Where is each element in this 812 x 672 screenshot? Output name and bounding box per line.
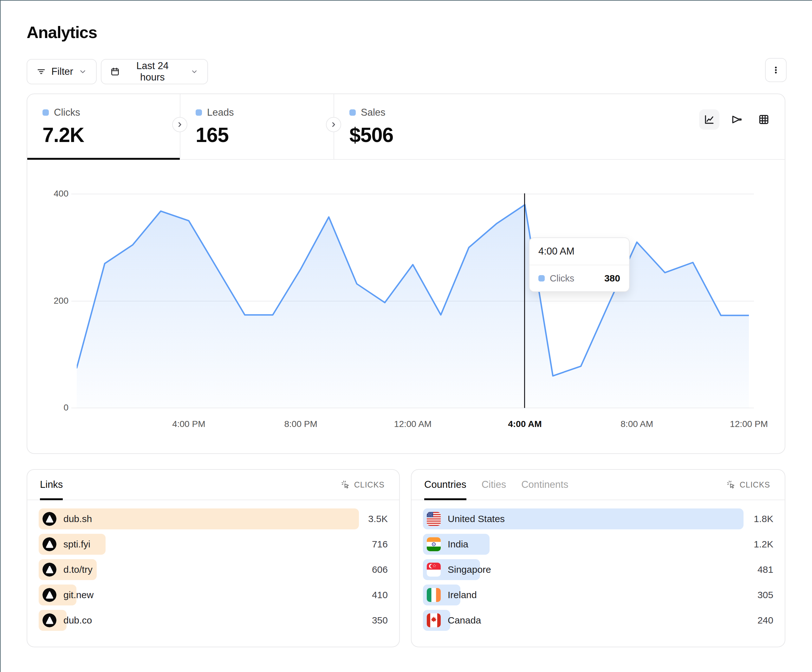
geo-metric-label: CLICKS [740,480,770,490]
countries-list: United States 1.8K India 1.2K Singapore … [411,500,785,631]
links-metric-selector[interactable]: CLICKS [339,479,387,490]
row-value: 3.5K [368,513,388,524]
calendar-icon [110,67,120,77]
flag-ie-icon [427,588,441,602]
geo-panel: Countries Cities Continents CLICKS Unite… [411,469,785,647]
row-label: United States [448,513,505,524]
expand-leads-button[interactable] [326,117,341,132]
chevron-right-icon [176,121,184,129]
chevron-down-icon [78,67,87,76]
y-axis-tick: 200 [37,296,68,306]
chart-crosshair [524,193,525,408]
metric-label: Leads [207,107,234,118]
x-axis-tick: 4:00 AM [508,419,542,429]
row-value: 350 [372,615,388,626]
tab-cities[interactable]: Cities [482,470,507,500]
flag-sg-icon [427,563,441,576]
list-item[interactable]: git.new 410 [39,585,388,605]
row-value: 410 [372,590,388,600]
tooltip-series-swatch [538,275,545,281]
window-frame-top [0,0,812,1]
analytics-chart-card: Clicks 7.2K Leads 165 Sales $506 020 [27,94,785,454]
row-value: 716 [372,539,388,550]
list-item[interactable]: India 1.2K [423,534,773,555]
tab-countries[interactable]: Countries [424,470,466,500]
filter-button-label: Filter [51,66,73,77]
list-item[interactable]: spti.fyi 716 [39,534,388,555]
funnel-icon [730,113,742,126]
list-item[interactable]: d.to/try 606 [39,559,388,580]
line-chart-icon [703,113,715,126]
tooltip-value: 380 [604,273,620,284]
row-label: India [448,539,468,550]
clicks-legend-swatch [43,109,49,116]
table-view-button[interactable] [754,109,774,130]
x-axis-tick: 8:00 PM [285,419,317,429]
table-grid-icon [758,113,770,126]
metric-label: Sales [361,107,386,118]
row-label: Canada [448,615,481,626]
filter-button[interactable]: Filter [27,59,97,84]
list-item[interactable]: United States 1.8K [423,508,773,529]
flag-ca-icon [427,613,441,627]
window-frame-left [0,0,1,672]
x-axis-tick: 12:00 PM [730,419,768,429]
row-value: 1.2K [754,539,773,550]
flag-us-icon [427,512,441,526]
row-value: 1.8K [754,513,773,524]
row-label: spti.fyi [63,539,90,550]
dub-logo-icon [43,613,56,627]
list-item[interactable]: dub.sh 3.5K [39,508,388,529]
x-axis-tick: 4:00 PM [172,419,205,429]
filter-icon [36,67,46,77]
dub-logo-icon [43,588,56,602]
clicks-time-series-chart[interactable]: 0200400 4:00 PM8:00 PM12:00 AM4:00 AM8:0… [27,160,785,454]
tab-clicks[interactable]: Clicks 7.2K [27,94,180,159]
chart-area [77,205,749,408]
chevron-down-icon [190,67,198,76]
y-axis-tick: 400 [37,189,68,199]
chevron-right-icon [329,121,338,129]
list-item[interactable]: dub.co 350 [39,610,388,631]
row-label: git.new [63,590,94,600]
row-label: Ireland [448,590,477,600]
links-panel: Links CLICKS dub.sh 3.5K spti.fyi 716 d.… [27,469,400,647]
tooltip-time: 4:00 AM [529,238,629,265]
funnel-view-button[interactable] [727,109,747,130]
row-value: 305 [757,590,773,600]
leads-legend-swatch [196,109,202,116]
kebab-icon [771,65,781,75]
row-label: Singapore [448,564,491,575]
tab-links[interactable]: Links [40,470,63,500]
date-range-button[interactable]: Last 24 hours [101,59,208,84]
date-range-label: Last 24 hours [125,60,180,83]
expand-clicks-button[interactable] [172,117,188,132]
y-axis-tick: 0 [37,403,68,413]
list-item[interactable]: Singapore 481 [423,559,773,580]
tooltip-series-label: Clicks [550,273,574,284]
leads-value: 165 [196,123,334,147]
tab-continents[interactable]: Continents [521,470,568,500]
row-value: 481 [757,564,773,575]
sales-legend-swatch [350,109,356,116]
links-list: dub.sh 3.5K spti.fyi 716 d.to/try 606 gi… [27,500,399,631]
tab-leads[interactable]: Leads 165 [180,94,334,159]
row-label: d.to/try [63,564,92,575]
row-value: 240 [757,615,773,626]
page-title: Analytics [27,23,97,42]
cursor-click-icon [727,480,736,490]
dub-logo-icon [43,512,56,526]
dub-logo-icon [43,537,56,551]
clicks-value: 7.2K [43,123,180,147]
line-chart-view-button[interactable] [699,109,720,130]
chart-tooltip: 4:00 AM Clicks 380 [529,237,630,292]
list-item[interactable]: Canada 240 [423,610,773,631]
list-item[interactable]: Ireland 305 [423,585,773,605]
chart-type-switcher [699,109,774,130]
geo-metric-selector[interactable]: CLICKS [725,479,772,490]
links-metric-label: CLICKS [354,480,385,490]
x-axis-tick: 12:00 AM [394,419,432,429]
more-options-button[interactable] [765,58,786,82]
metric-label: Clicks [54,107,80,118]
row-value: 606 [372,564,388,575]
